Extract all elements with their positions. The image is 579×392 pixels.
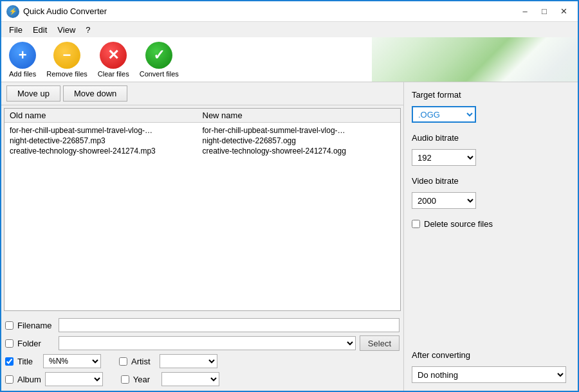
after-converting-select[interactable]: Do nothing Shutdown Hibernate Standby xyxy=(412,366,566,383)
file-area: Move up Move down Old name New name for-… xyxy=(1,82,404,391)
file-list: Old name New name for-her-chill-upbeat-s… xyxy=(4,108,401,311)
video-bitrate-label: Video bitrate xyxy=(412,176,570,186)
move-down-button[interactable]: Move down xyxy=(63,85,127,102)
new-name-1: night-detective-226857.ogg xyxy=(203,136,396,145)
title-artist-row: Title %N% Artist xyxy=(5,353,400,369)
menu-file[interactable]: File xyxy=(4,24,28,36)
window-controls: – □ ✕ xyxy=(516,4,573,19)
video-bitrate-select[interactable]: 2000 500 1000 1500 3000 5000 xyxy=(412,192,476,209)
convert-icon: ✓ xyxy=(145,42,172,69)
old-name-2: creative-technology-showreel-241274.mp3 xyxy=(10,147,203,156)
filename-checkbox[interactable] xyxy=(5,321,14,330)
add-files-button[interactable]: + Add files xyxy=(6,39,39,80)
target-format-select[interactable]: .OGG .MP3 .WAV .FLAC .AAC .M4A xyxy=(412,106,476,123)
year-select[interactable] xyxy=(161,372,219,386)
clear-files-label: Clear files xyxy=(98,70,129,78)
folder-row: Folder Select xyxy=(5,335,400,351)
title-checkbox[interactable] xyxy=(5,357,14,366)
metadata-section: Filename Folder Select Title %N% xyxy=(1,314,403,391)
album-label: Album xyxy=(17,375,41,384)
window-title: Quick Audio Converter xyxy=(23,6,516,16)
select-button[interactable]: Select xyxy=(360,335,400,351)
app-icon: ⚡ xyxy=(6,5,19,18)
clear-files-button[interactable]: ✕ Clear files xyxy=(95,39,132,80)
table-row[interactable]: night-detective-226857.mp3 night-detecti… xyxy=(10,136,395,146)
table-row[interactable]: for-her-chill-upbeat-summel-travel-vlog-… xyxy=(10,125,395,136)
year-label: Year xyxy=(133,375,158,384)
minimize-button[interactable]: – xyxy=(516,4,534,19)
artist-label: Artist xyxy=(131,357,156,366)
menu-view[interactable]: View xyxy=(52,24,80,36)
folder-select[interactable] xyxy=(59,336,356,350)
toolbar: + Add files − Remove files ✕ Clear files… xyxy=(1,37,578,82)
menu-bar: File Edit View ? xyxy=(1,22,578,37)
move-up-button[interactable]: Move up xyxy=(6,85,60,102)
toolbar-background xyxy=(372,37,578,82)
title-label: Title xyxy=(17,357,39,366)
title-bar: ⚡ Quick Audio Converter – □ ✕ xyxy=(1,1,578,22)
artist-select[interactable] xyxy=(160,354,217,368)
target-format-label: Target format xyxy=(412,90,570,100)
clear-icon: ✕ xyxy=(100,42,127,69)
file-list-header: Old name New name xyxy=(5,109,400,123)
maximize-button[interactable]: □ xyxy=(535,4,553,19)
folder-checkbox[interactable] xyxy=(5,339,14,348)
filename-label: Filename xyxy=(17,321,55,330)
audio-bitrate-label: Audio bitrate xyxy=(412,133,570,143)
new-name-2: creative-technology-showreel-241274.ogg xyxy=(203,147,396,156)
add-icon: + xyxy=(9,42,36,69)
move-bar: Move up Move down xyxy=(1,82,403,105)
add-files-label: Add files xyxy=(9,70,36,78)
artist-checkbox[interactable] xyxy=(119,357,127,366)
delete-source-label: Delete source files xyxy=(424,219,493,229)
table-row[interactable]: creative-technology-showreel-241274.mp3 … xyxy=(10,146,395,156)
remove-files-label: Remove files xyxy=(46,70,87,78)
menu-edit[interactable]: Edit xyxy=(28,24,52,36)
remove-icon: − xyxy=(53,42,80,69)
album-checkbox[interactable] xyxy=(5,375,14,384)
right-panel: Target format .OGG .MP3 .WAV .FLAC .AAC … xyxy=(404,82,578,391)
year-checkbox[interactable] xyxy=(121,375,129,384)
main-content: Move up Move down Old name New name for-… xyxy=(1,82,578,391)
convert-files-button[interactable]: ✓ Convert files xyxy=(137,39,181,80)
album-year-row: Album Year xyxy=(5,371,400,387)
audio-bitrate-select[interactable]: 192 64 96 128 160 256 320 xyxy=(412,149,476,166)
old-name-1: night-detective-226857.mp3 xyxy=(10,136,203,145)
after-converting-label: After converting xyxy=(412,350,570,360)
filename-input[interactable] xyxy=(59,318,400,332)
old-name-0: for-her-chill-upbeat-summel-travel-vlog-… xyxy=(10,126,203,135)
delete-source-row: Delete source files xyxy=(412,219,570,229)
close-button[interactable]: ✕ xyxy=(555,4,573,19)
album-select[interactable] xyxy=(45,372,103,386)
new-name-0: for-her-chill-upbeat-summel-travel-vlog-… xyxy=(203,126,396,135)
convert-files-label: Convert files xyxy=(140,70,179,78)
col-old-header: Old name xyxy=(10,111,203,120)
folder-label: Folder xyxy=(17,339,55,348)
main-window: ⚡ Quick Audio Converter – □ ✕ File Edit … xyxy=(0,0,579,392)
delete-source-checkbox[interactable] xyxy=(412,220,420,228)
col-new-header: New name xyxy=(203,111,396,120)
title-format-select[interactable]: %N% xyxy=(43,354,101,368)
file-list-body: for-her-chill-upbeat-summel-travel-vlog-… xyxy=(5,123,400,159)
filename-row: Filename xyxy=(5,317,400,333)
remove-files-button[interactable]: − Remove files xyxy=(44,39,90,80)
menu-help[interactable]: ? xyxy=(80,24,95,36)
